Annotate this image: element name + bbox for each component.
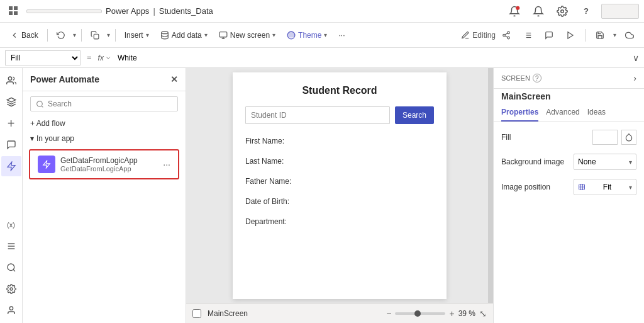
svg-line-29 [42,106,43,107]
user-avatar-box [601,4,639,19]
zoom-percent: 39 % [458,309,475,318]
save-caret-button[interactable]: ▾ [612,29,618,41]
in-your-app-section: ▾ In your app [23,130,186,147]
formula-fx: fx [98,54,111,62]
scroll-bar-right[interactable] [488,68,493,303]
collapse-icon[interactable]: ▾ [30,134,34,143]
help-icon[interactable]: ? [577,3,595,20]
bell-alert-icon[interactable] [506,3,523,20]
add-flow-button[interactable]: + Add flow [23,116,186,130]
undo-button[interactable] [52,28,70,42]
bg-image-select[interactable]: None ▾ [574,154,636,170]
tab-ideas[interactable]: Ideas [587,104,606,122]
comment-button[interactable] [540,28,558,42]
remote-icon[interactable] [518,28,537,42]
app-grid-icon[interactable] [5,3,23,20]
student-id-input[interactable] [245,106,390,124]
title-bar-apps: Power Apps | Students_Data [5,3,213,20]
icon-rail: + (x) [0,68,23,323]
save-button[interactable] [591,28,609,42]
properties-panel: SCREEN ? › MainScreen Properties Advance… [493,68,644,323]
search-icon[interactable] [1,258,21,278]
props-next-icon[interactable]: › [633,73,636,83]
flow-item-get-data[interactable]: GetDataFromLogicApp GetDataFromLogicApp … [29,149,179,179]
bell-icon[interactable] [530,3,547,20]
search-input[interactable] [48,99,172,108]
formula-input[interactable] [115,50,629,65]
add-data-button[interactable]: Add data ▾ [155,28,213,42]
props-help-icon[interactable]: ? [533,74,541,82]
svg-rect-2 [9,11,13,15]
zoom-minus-button[interactable]: − [386,309,391,319]
toolbar-divider-4 [585,29,586,42]
variables-icon[interactable]: (x) [1,215,21,235]
close-icon[interactable]: ✕ [170,74,178,84]
comment-icon[interactable] [1,135,21,155]
svg-rect-6 [94,34,99,39]
share-button[interactable] [497,28,516,42]
svg-line-15 [505,35,508,37]
settings-bottom-icon[interactable] [1,279,21,299]
svg-marker-19 [7,98,15,102]
gear-icon[interactable] [553,3,571,20]
copy-button[interactable] [86,28,104,42]
more-button[interactable]: ··· [333,28,350,42]
zoom-slider[interactable] [395,312,445,315]
flow-item-more-icon[interactable]: ··· [163,159,170,169]
toolbar: Back ▾ ▾ Insert ▾ Add data ▾ New screen … [0,23,644,48]
screen-label: SCREEN ? [501,74,541,82]
new-screen-button[interactable]: New screen ▾ [214,28,280,42]
tab-advanced[interactable]: Advanced [546,104,579,122]
formula-equals: = [84,53,94,62]
svg-rect-3 [14,11,18,15]
bg-image-caret-icon: ▾ [629,159,632,166]
play-button[interactable] [561,28,580,42]
copy-caret-button[interactable]: ▾ [106,29,111,41]
zoom-plus-button[interactable]: + [449,309,454,319]
cloud-button[interactable] [620,28,639,42]
back-button[interactable]: Back [5,28,43,42]
toolbar-divider-1 [47,29,48,42]
field-date-of-birth: Date of Birth: [245,197,434,206]
tree-icon[interactable] [1,71,21,91]
svg-point-28 [37,101,43,106]
insert-button[interactable]: Insert ▾ [119,28,154,42]
user-bottom-icon[interactable] [1,300,21,320]
svg-rect-31 [579,184,585,190]
layers-icon[interactable] [1,92,21,112]
canvas-title: Student Record [245,85,434,96]
automate-icon[interactable] [1,156,21,176]
canvas-search-button[interactable]: Search [395,106,434,124]
plus-icon[interactable]: + [1,113,21,133]
svg-point-7 [161,31,168,34]
svg-rect-1 [14,6,18,10]
fit-icon [578,183,586,191]
bg-image-row: Background image None ▾ [501,154,636,170]
fill-color-box[interactable] [592,130,618,145]
screen-checkbox[interactable] [192,309,201,318]
undo-caret-button[interactable]: ▾ [72,29,77,41]
theme-button[interactable]: Theme ▾ [282,28,332,42]
expand-icon[interactable]: ⤡ [479,309,487,319]
controls-icon[interactable] [1,236,21,256]
app-name-box [26,9,102,13]
svg-marker-17 [568,31,573,38]
formula-expand-icon[interactable]: ∨ [633,53,639,63]
toolbar-right-buttons: ▾ [497,28,639,42]
fill-color-picker-button[interactable] [621,130,636,145]
canvas-area: Student Record Search First Name: Last N… [186,68,493,323]
svg-point-26 [10,288,13,290]
main-layout: + (x) Power Automate ✕ [0,68,644,323]
property-select[interactable]: Fill [5,50,80,65]
svg-point-24 [8,264,14,271]
search-box [30,96,178,111]
props-screen-name: MainScreen [494,89,644,104]
tab-properties[interactable]: Properties [501,104,538,122]
zoom-slider-thumb[interactable] [414,310,421,317]
svg-point-18 [8,77,11,80]
flow-item-icon [38,156,55,173]
fill-row: Fill [501,130,636,145]
field-father-name: Father Name: [245,177,434,186]
img-position-select[interactable]: Fit ▾ [574,179,636,195]
fill-value [592,130,636,145]
